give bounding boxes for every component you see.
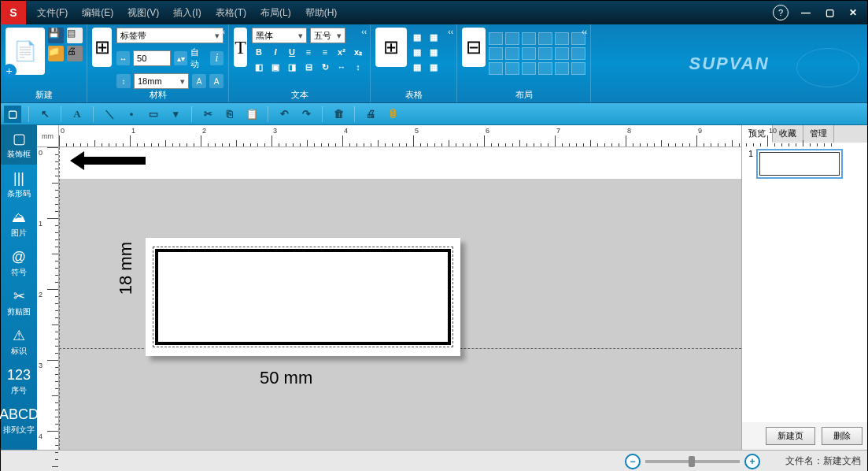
undo-button[interactable]: ↶ bbox=[275, 106, 293, 123]
align-button[interactable] bbox=[505, 62, 519, 75]
zoom-out-button[interactable]: − bbox=[625, 454, 641, 469]
print-icon[interactable]: 🖨 bbox=[67, 46, 83, 61]
superscript-button[interactable]: x² bbox=[334, 46, 349, 58]
page-thumbnail[interactable] bbox=[756, 149, 843, 179]
width-field[interactable]: 50 bbox=[133, 50, 171, 66]
sidebar-item-7[interactable]: ABCD排列文字 bbox=[1, 401, 37, 440]
sidebar-item-0[interactable]: ▢装饰框 bbox=[1, 125, 37, 165]
spacing1-button[interactable]: ↔ bbox=[334, 61, 349, 73]
menu-layout[interactable]: 布局(L) bbox=[256, 3, 296, 23]
fontsize-combo[interactable]: 五号▾ bbox=[310, 28, 345, 43]
align-button[interactable] bbox=[489, 47, 503, 60]
align-button[interactable] bbox=[505, 47, 519, 60]
tape-type-combo[interactable]: 标签带▾ bbox=[116, 28, 223, 43]
redo-button[interactable]: ↷ bbox=[297, 106, 315, 123]
align-button[interactable] bbox=[489, 32, 503, 45]
collapse-icon-4[interactable]: ‹‹ bbox=[582, 28, 587, 36]
align-button[interactable] bbox=[538, 32, 552, 45]
width-spin[interactable]: ▴▾ bbox=[174, 51, 187, 65]
doc-icon[interactable]: ▤ bbox=[67, 28, 83, 43]
delete-page-button[interactable]: 删除 bbox=[822, 427, 862, 445]
align-left-button[interactable]: ≡ bbox=[301, 46, 316, 58]
label-object[interactable] bbox=[146, 238, 460, 356]
align-button[interactable] bbox=[522, 32, 536, 45]
menu-table[interactable]: 表格(T) bbox=[211, 3, 251, 23]
paste-button[interactable]: 📋 bbox=[243, 106, 260, 123]
align-button[interactable] bbox=[538, 62, 552, 75]
bold-button[interactable]: B bbox=[252, 46, 266, 58]
line-tool[interactable]: ＼ bbox=[101, 106, 118, 123]
orientation2-icon[interactable]: A bbox=[209, 74, 223, 88]
collapse-icon-3[interactable]: ‹‹ bbox=[448, 28, 453, 36]
close-button[interactable]: ✕ bbox=[842, 5, 864, 20]
minimize-button[interactable]: — bbox=[795, 5, 817, 20]
sidebar-item-4[interactable]: ✂剪贴图 bbox=[1, 283, 37, 322]
database-button[interactable]: 🛢 bbox=[384, 106, 401, 123]
justify-left-button[interactable]: ◧ bbox=[252, 61, 266, 73]
sidebar-item-3[interactable]: @符号 bbox=[1, 243, 37, 283]
help-icon[interactable]: ? bbox=[773, 5, 789, 20]
spacing2-button[interactable]: ↕ bbox=[351, 61, 365, 73]
new-page-button[interactable]: 新建页 bbox=[766, 427, 815, 445]
material-icon[interactable]: ⊞ bbox=[92, 28, 112, 67]
new-document-button[interactable]: 📄 bbox=[6, 28, 45, 75]
merge-button[interactable]: ▦ bbox=[410, 61, 424, 73]
info-icon[interactable]: i bbox=[210, 51, 223, 65]
folder-icon[interactable]: 📁 bbox=[48, 46, 64, 61]
cut-button[interactable]: ✂ bbox=[199, 106, 216, 123]
align-button[interactable] bbox=[555, 47, 569, 60]
layout-tool-icon[interactable]: ⊟ bbox=[462, 28, 486, 67]
rect-tool[interactable]: ▭ bbox=[145, 106, 162, 123]
zoom-slider[interactable] bbox=[645, 460, 740, 463]
print-button[interactable]: 🖨 bbox=[362, 106, 379, 123]
save-icon[interactable]: 💾 bbox=[48, 28, 64, 43]
underline-button[interactable]: U bbox=[285, 46, 299, 58]
menu-edit[interactable]: 编辑(E) bbox=[77, 3, 118, 23]
insert-col-button[interactable]: ▦ bbox=[410, 46, 424, 58]
menu-help[interactable]: 帮助(H) bbox=[301, 3, 342, 23]
delete-row-button[interactable]: ▦ bbox=[427, 31, 441, 43]
align-button[interactable] bbox=[522, 47, 536, 60]
align-center-button[interactable]: ≡ bbox=[318, 46, 332, 58]
align-button[interactable] bbox=[522, 62, 536, 75]
dot-tool[interactable]: • bbox=[123, 106, 140, 123]
rotate-button[interactable]: ↻ bbox=[318, 61, 332, 73]
delete-button[interactable]: 🗑 bbox=[330, 106, 347, 123]
decor-frame-shortcut[interactable]: ▢ bbox=[4, 106, 21, 123]
copy-button[interactable]: ⎘ bbox=[221, 106, 238, 123]
sidebar-item-1[interactable]: |||条形码 bbox=[1, 165, 37, 204]
align-button[interactable] bbox=[571, 62, 585, 75]
table-tool-icon[interactable]: ⊞ bbox=[375, 28, 407, 67]
collapse-icon[interactable]: ‹‹ bbox=[220, 28, 225, 36]
subscript-button[interactable]: x₂ bbox=[351, 46, 365, 58]
valign-button[interactable]: ⊟ bbox=[301, 61, 316, 73]
menu-view[interactable]: 视图(V) bbox=[123, 3, 164, 23]
align-button[interactable] bbox=[571, 47, 585, 60]
orientation-icon[interactable]: A bbox=[192, 74, 206, 88]
align-button[interactable] bbox=[489, 62, 503, 75]
italic-button[interactable]: I bbox=[268, 46, 283, 58]
font-combo[interactable]: 黑体▾ bbox=[252, 28, 307, 43]
sidebar-item-5[interactable]: ⚠标识 bbox=[1, 322, 37, 362]
height-combo[interactable]: 18mm▾ bbox=[134, 73, 189, 89]
zoom-in-button[interactable]: + bbox=[744, 454, 760, 469]
text-tool[interactable]: A bbox=[68, 106, 86, 123]
justify-center-button[interactable]: ▣ bbox=[268, 61, 283, 73]
sidebar-item-2[interactable]: ⛰图片 bbox=[1, 204, 37, 243]
tab-manage[interactable]: 管理 bbox=[803, 125, 834, 143]
align-button[interactable] bbox=[555, 62, 569, 75]
menu-insert[interactable]: 插入(I) bbox=[168, 3, 205, 23]
text-tool-icon[interactable]: T bbox=[234, 28, 247, 67]
pointer-tool[interactable]: ↖ bbox=[36, 106, 54, 123]
sidebar-item-6[interactable]: 123序号 bbox=[1, 362, 37, 401]
split-button[interactable]: ▦ bbox=[427, 61, 441, 73]
align-button[interactable] bbox=[555, 32, 569, 45]
restore-button[interactable]: ▢ bbox=[818, 5, 840, 20]
shape-dropdown[interactable]: ▾ bbox=[167, 106, 184, 123]
design-canvas[interactable]: 18 mm 50 mm bbox=[59, 147, 741, 450]
justify-right-button[interactable]: ◨ bbox=[285, 61, 299, 73]
tab-favorite[interactable]: 收藏 bbox=[773, 125, 803, 143]
insert-row-button[interactable]: ▦ bbox=[410, 31, 424, 43]
align-button[interactable] bbox=[505, 32, 519, 45]
align-button[interactable] bbox=[538, 47, 552, 60]
